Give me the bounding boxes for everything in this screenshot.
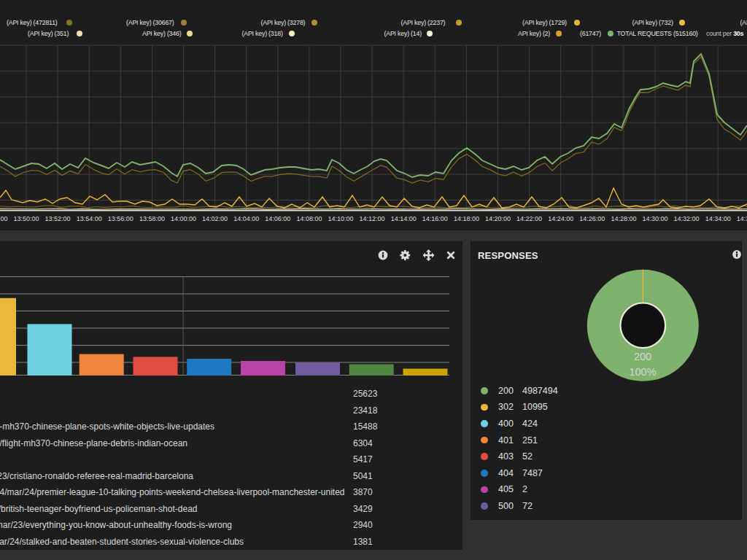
- svg-text:13:54:00: 13:54:00: [77, 215, 102, 222]
- svg-text:14:06:00: 14:06:00: [265, 215, 290, 222]
- svg-text:14:00:00: 14:00:00: [171, 215, 196, 222]
- svg-text:14:08:00: 14:08:00: [296, 215, 322, 222]
- svg-text:14:14:00: 14:14:00: [391, 215, 417, 222]
- svg-text:13:56:00: 13:56:00: [108, 215, 133, 222]
- svg-text:14:28:00: 14:28:00: [611, 215, 636, 222]
- svg-text:13:48:00: 13:48:00: [0, 215, 7, 222]
- svg-text:14:20:00: 14:20:00: [485, 215, 511, 222]
- svg-text:13:58:00: 13:58:00: [139, 215, 165, 222]
- svg-text:14:36:00: 14:36:00: [737, 215, 747, 222]
- svg-text:14:02:00: 14:02:00: [202, 215, 228, 222]
- svg-text:14:16:00: 14:16:00: [422, 215, 448, 222]
- svg-text:14:22:00: 14:22:00: [516, 215, 542, 222]
- svg-text:14:12:00: 14:12:00: [360, 215, 385, 222]
- svg-text:14:10:00: 14:10:00: [328, 215, 353, 222]
- svg-text:14:24:00: 14:24:00: [548, 215, 573, 222]
- svg-text:14:26:00: 14:26:00: [579, 215, 605, 222]
- svg-text:13:52:00: 13:52:00: [45, 215, 71, 222]
- svg-text:14:30:00: 14:30:00: [642, 215, 667, 222]
- svg-text:14:32:00: 14:32:00: [674, 215, 700, 222]
- svg-text:14:18:00: 14:18:00: [454, 215, 479, 222]
- svg-text:13:50:00: 13:50:00: [13, 215, 39, 222]
- svg-text:14:34:00: 14:34:00: [705, 215, 731, 222]
- svg-text:14:04:00: 14:04:00: [233, 215, 259, 222]
